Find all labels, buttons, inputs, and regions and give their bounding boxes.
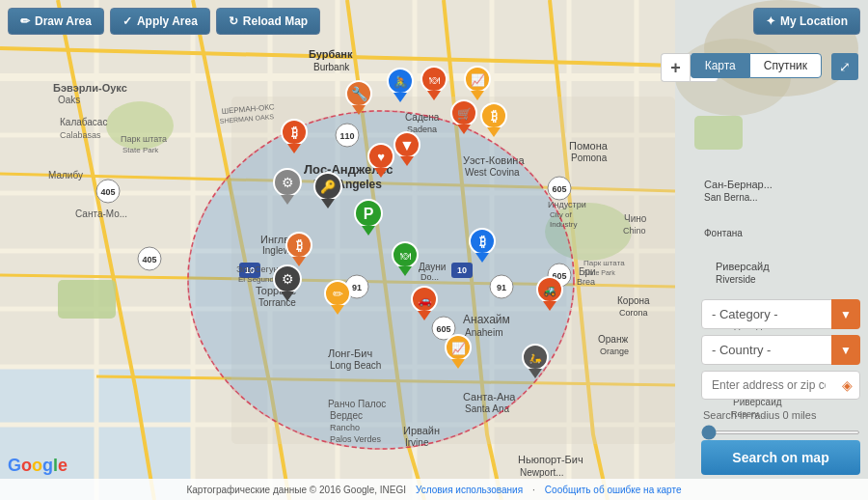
reload-map-button[interactable]: ↻ Reload Map [216,8,320,35]
svg-marker-137 [400,156,414,166]
svg-text:Calabasas: Calabasas [60,130,101,140]
svg-text:Санта-Мо...: Санта-Мо... [75,208,127,219]
svg-text:✏: ✏ [333,287,343,301]
svg-text:₿: ₿ [291,125,298,140]
svg-text:405: 405 [142,255,156,264]
map-pin-gear1[interactable]: ⚙ [273,168,302,210]
svg-rect-21 [694,116,743,150]
map-pin-dropdown[interactable]: ▼ [393,131,420,172]
svg-text:Ирвайн: Ирвайн [403,425,440,436]
svg-text:91: 91 [352,283,362,292]
map-pin-moped[interactable]: 🛵 [522,344,549,384]
svg-text:Pomona: Pomona [571,153,608,163]
map-pin-parking[interactable]: P [354,199,383,241]
draw-area-label: Draw Area [35,14,92,28]
svg-text:♥: ♥ [377,150,385,164]
svg-text:Парк штата: Парк штата [583,259,625,267]
category-select-wrapper: - Category - ▼ [701,299,860,329]
map-type-satellite-button[interactable]: Спутник [749,53,822,78]
svg-text:West Covina: West Covina [465,167,520,178]
country-select[interactable]: - Country - [701,335,860,365]
map-pin-heart[interactable]: ♥ [367,143,394,183]
svg-marker-113 [287,144,301,153]
svg-text:P: P [364,206,374,222]
svg-marker-146 [362,226,375,236]
svg-text:🛵: 🛵 [529,351,542,365]
map-pin-gear2[interactable]: ⚙ [273,264,302,307]
svg-text:Парк штата: Парк штата [121,134,167,144]
svg-text:Анахайм: Анахайм [463,313,510,326]
svg-text:Риверсайд: Риверсайд [716,261,770,272]
svg-text:Newport...: Newport... [520,467,564,478]
map-type-controls: Карта Спутник [691,53,822,78]
my-location-label: My Location [780,14,848,28]
expand-map-button[interactable]: ⤢ [831,53,858,80]
svg-text:Уэст-Ковина: Уэст-Ковина [463,154,525,166]
map-pin-car[interactable]: 🚗 [411,286,438,326]
svg-rect-19 [58,280,116,319]
map-pin-tractor[interactable]: 🚜 [536,276,563,317]
draw-area-button[interactable]: ✏ Draw Area [8,8,104,35]
svg-text:₿: ₿ [479,234,486,249]
svg-marker-170 [451,359,465,369]
svg-text:📈: 📈 [451,341,466,355]
svg-marker-134 [374,168,388,178]
map-pin-bitcoin-blue[interactable]: ₿ [469,228,496,268]
reload-map-icon: ↻ [229,14,238,28]
map-pin-bitcoin-1[interactable]: ₿ [281,119,308,159]
apply-area-button[interactable]: ✓ Apply Area [110,8,210,35]
terms-link[interactable]: Условия использования [416,485,523,495]
svg-text:Orange: Orange [600,347,629,356]
google-logo: Google [8,456,68,476]
svg-marker-131 [487,127,501,137]
svg-text:Дауни: Дауни [419,262,446,272]
svg-text:Rancho: Rancho [330,423,360,432]
zoom-in-button[interactable]: + [661,53,690,82]
map-pin-cart[interactable]: 🛒 [450,99,477,140]
map-type-map-button[interactable]: Карта [691,53,749,78]
radius-slider[interactable] [701,431,860,434]
map-pin-chart2[interactable]: 📈 [445,334,472,375]
svg-text:405: 405 [100,187,115,197]
svg-marker-161 [331,305,344,315]
search-on-map-button[interactable]: Search on map [701,440,860,475]
map-copyright: Картографические данные © 2016 Google, I… [186,485,406,495]
map-pin-food1[interactable]: 🍽 [420,66,448,106]
svg-text:Лонг-Бич: Лонг-Бич [328,347,372,359]
my-location-button-wrapper: ✦ My Location [753,8,860,35]
svg-text:🚴: 🚴 [393,74,408,89]
svg-text:Вердес: Вердес [330,410,363,421]
map-pin-edit[interactable]: ✏ [324,280,351,320]
report-error-link[interactable]: Сообщить об ошибке на карте [545,485,682,495]
svg-text:Чино: Чино [624,213,647,224]
apply-area-label: Apply Area [137,14,198,28]
address-input-wrapper: ◈ [701,371,860,400]
map-pin-key[interactable]: 🔑 [313,172,342,214]
svg-text:Корона: Корона [617,295,650,306]
map-container[interactable]: 405 405 110 605 605 91 91 605 10 10 Бэвэ… [0,0,868,500]
map-pin-food2[interactable]: 🍽 [392,241,419,282]
svg-text:▼: ▼ [399,137,415,153]
svg-text:Long Beach: Long Beach [330,360,381,371]
apply-area-icon: ✓ [122,14,132,28]
my-location-button[interactable]: ✦ My Location [753,8,860,35]
svg-text:📈: 📈 [471,72,485,87]
svg-text:Ньюпорт-Бич: Ньюпорт-Бич [518,454,583,465]
svg-text:91: 91 [497,283,506,292]
my-location-icon: ✦ [766,14,775,28]
map-pin-wrench[interactable]: 🔧 [345,80,372,121]
map-pin-bike[interactable]: 🚴 [387,68,414,108]
svg-marker-167 [543,301,556,311]
svg-marker-152 [398,266,412,276]
svg-text:San Berna...: San Berna... [704,192,758,203]
svg-text:Малибу: Малибу [48,170,83,181]
svg-text:₿: ₿ [296,237,303,253]
toolbar: ✏ Draw Area ✓ Apply Area ↻ Reload Map [8,8,320,35]
category-select[interactable]: - Category - [701,299,860,329]
map-pin-bitcoin-gold[interactable]: ₿ [480,102,507,143]
svg-text:🍽: 🍽 [400,250,411,262]
address-input[interactable] [701,371,860,400]
svg-text:Do...: Do... [420,272,439,282]
svg-text:605: 605 [436,324,450,334]
svg-text:Santa Ana: Santa Ana [465,403,510,414]
